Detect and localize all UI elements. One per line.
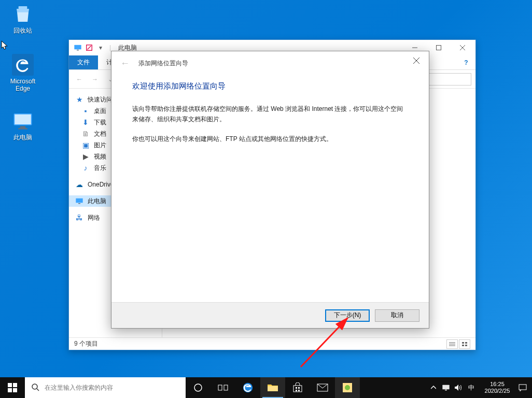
videos-icon: ▶ bbox=[81, 152, 90, 161]
cancel-button[interactable]: 取消 bbox=[375, 309, 419, 322]
add-network-location-wizard: ← 添加网络位置向导 欢迎使用添加网络位置向导 该向导帮助你注册提供联机存储空间… bbox=[111, 51, 429, 329]
view-details-button[interactable] bbox=[446, 339, 458, 349]
tree-label: 视频 bbox=[94, 152, 106, 161]
next-button[interactable]: 下一步(N) bbox=[325, 309, 370, 322]
search-placeholder: 在这里输入你搜索的内容 bbox=[45, 383, 113, 392]
recycle-bin-icon bbox=[12, 3, 34, 25]
svg-point-28 bbox=[32, 384, 37, 389]
desktop-icon-recycle-bin[interactable]: 回收站 bbox=[3, 3, 43, 34]
this-pc-icon bbox=[75, 197, 83, 205]
desktop: 回收站 MicrosoftEdge 此电脑 ▾ | 此电脑 bbox=[0, 0, 532, 398]
action-center-button[interactable] bbox=[516, 377, 529, 398]
this-pc-small-icon bbox=[73, 43, 82, 52]
svg-rect-3 bbox=[20, 126, 26, 129]
taskbar-store[interactable] bbox=[285, 377, 310, 398]
tray-volume-icon[interactable] bbox=[452, 377, 465, 398]
tree-label: 图片 bbox=[94, 141, 106, 150]
svg-rect-6 bbox=[77, 50, 79, 50]
maximize-button[interactable] bbox=[427, 40, 451, 55]
tree-label: 快速访问 bbox=[88, 95, 113, 104]
taskbar-clock[interactable]: 16:25 2020/2/25 bbox=[478, 381, 516, 394]
documents-icon: 🗎 bbox=[81, 130, 90, 138]
onedrive-icon: ☁ bbox=[75, 180, 83, 189]
cortana-button[interactable] bbox=[186, 377, 211, 398]
nav-forward-button[interactable]: → bbox=[89, 73, 101, 86]
quick-access-toolbar: ▾ | bbox=[70, 43, 113, 52]
svg-rect-45 bbox=[519, 385, 526, 390]
svg-rect-44 bbox=[445, 390, 447, 390]
taskbar-pinned bbox=[186, 377, 360, 398]
wizard-footer: 下一步(N) 取消 bbox=[111, 302, 429, 328]
task-view-button[interactable] bbox=[211, 377, 235, 398]
this-pc-icon bbox=[12, 110, 34, 132]
system-tray: 中 16:25 2020/2/25 bbox=[427, 377, 532, 398]
taskbar: 在这里输入你搜索的内容 中 16:25 2020/2/25 bbox=[0, 377, 532, 398]
svg-rect-25 bbox=[13, 383, 17, 387]
svg-rect-26 bbox=[8, 388, 12, 392]
wizard-header: ← 添加网络位置向导 bbox=[111, 51, 429, 75]
wizard-paragraph: 你也可以用这个向导来创建网站、FTP 站点或其他网络位置的快捷方式。 bbox=[132, 134, 408, 144]
svg-rect-38 bbox=[296, 390, 297, 391]
status-bar: 9 个项目 bbox=[69, 337, 475, 350]
tree-label: 此电脑 bbox=[88, 197, 106, 206]
desktop-icon: ▪ bbox=[81, 107, 90, 115]
desktop-icon-label: MicrosoftEdge bbox=[3, 78, 43, 92]
help-icon[interactable]: ? bbox=[461, 55, 471, 69]
properties-icon[interactable] bbox=[85, 43, 94, 52]
tray-network-icon[interactable] bbox=[440, 377, 452, 398]
wizard-back-button: ← bbox=[119, 57, 131, 69]
svg-rect-36 bbox=[296, 387, 297, 389]
svg-rect-5 bbox=[74, 45, 81, 50]
svg-point-30 bbox=[194, 384, 202, 391]
taskbar-search[interactable]: 在这里输入你搜索的内容 bbox=[25, 377, 186, 398]
view-icons-button[interactable] bbox=[459, 339, 470, 349]
wizard-breadcrumb: 添加网络位置向导 bbox=[138, 59, 188, 68]
desktop-icon-label: 回收站 bbox=[3, 27, 43, 34]
svg-rect-27 bbox=[13, 388, 17, 392]
taskbar-edge[interactable] bbox=[235, 377, 260, 398]
svg-rect-18 bbox=[465, 342, 467, 344]
svg-rect-13 bbox=[78, 203, 80, 204]
svg-rect-4 bbox=[18, 128, 27, 130]
star-icon: ★ bbox=[75, 95, 83, 104]
wizard-heading: 欢迎使用添加网络位置向导 bbox=[132, 81, 408, 91]
tree-label: 桌面 bbox=[94, 107, 106, 116]
clock-time: 16:25 bbox=[490, 381, 505, 388]
svg-rect-12 bbox=[76, 198, 82, 203]
svg-rect-35 bbox=[293, 386, 302, 392]
wizard-paragraph: 该向导帮助你注册提供联机存储空间的服务。通过 Web 浏览器和 Internet… bbox=[132, 104, 408, 124]
desktop-icon-label: 此电脑 bbox=[3, 134, 43, 141]
svg-rect-2 bbox=[15, 115, 31, 124]
pictures-icon: ▣ bbox=[81, 141, 90, 149]
taskbar-app[interactable] bbox=[335, 377, 360, 398]
desktop-icon-this-pc[interactable]: 此电脑 bbox=[3, 110, 43, 141]
wizard-close-button[interactable] bbox=[406, 52, 427, 69]
tree-label: 网络 bbox=[88, 214, 100, 222]
svg-rect-24 bbox=[8, 383, 12, 387]
desktop-icon-edge[interactable]: MicrosoftEdge bbox=[3, 54, 43, 92]
qat-dropdown-icon[interactable]: ▾ bbox=[96, 43, 105, 52]
clock-date: 2020/2/25 bbox=[485, 388, 510, 394]
close-button[interactable] bbox=[451, 40, 474, 55]
taskbar-mail[interactable] bbox=[310, 377, 335, 398]
svg-line-29 bbox=[37, 389, 39, 391]
svg-rect-9 bbox=[437, 46, 441, 50]
status-item-count: 9 个项目 bbox=[74, 339, 98, 348]
svg-rect-17 bbox=[462, 342, 464, 344]
svg-rect-37 bbox=[298, 387, 300, 389]
tray-overflow-button[interactable] bbox=[427, 377, 440, 398]
tree-label: 下载 bbox=[94, 118, 106, 127]
separator: | bbox=[107, 44, 113, 51]
start-button[interactable] bbox=[0, 377, 25, 398]
svg-rect-39 bbox=[298, 390, 300, 391]
svg-point-42 bbox=[345, 385, 350, 390]
tree-label: 音乐 bbox=[94, 164, 106, 173]
svg-rect-19 bbox=[462, 345, 464, 346]
downloads-icon: ⬇ bbox=[81, 118, 90, 126]
nav-back-button[interactable]: ← bbox=[73, 73, 86, 86]
ime-indicator[interactable]: 中 bbox=[465, 383, 478, 392]
ribbon-tab-file[interactable]: 文件 bbox=[69, 55, 98, 69]
svg-rect-20 bbox=[465, 345, 467, 346]
taskbar-file-explorer[interactable] bbox=[260, 377, 285, 398]
svg-rect-0 bbox=[19, 6, 27, 9]
